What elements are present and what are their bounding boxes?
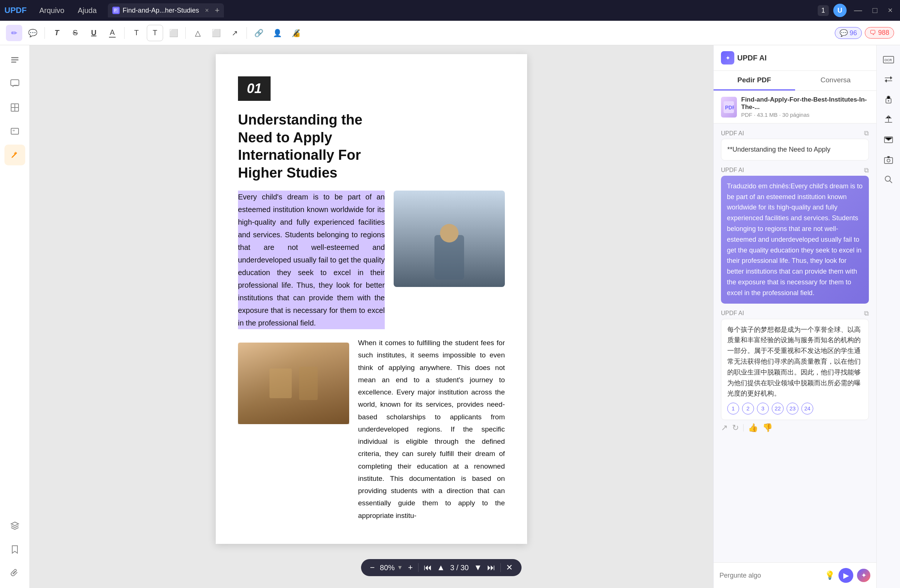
zoom-level-display[interactable]: 80% ▼ xyxy=(380,563,403,572)
text-edit-tool-btn[interactable]: T xyxy=(147,25,163,41)
lightbulb-icon[interactable]: 💡 xyxy=(825,571,835,580)
msg-1-sender-label: UPDF AI xyxy=(721,130,744,137)
page-ref-2[interactable]: 2 xyxy=(742,403,754,414)
camera-tool-btn[interactable] xyxy=(880,151,897,168)
zoom-in-btn[interactable]: + xyxy=(408,563,413,572)
highlight-tool-btn[interactable]: ✏ xyxy=(6,25,22,41)
pdf-page: 01 Understanding the Need to Apply Inter… xyxy=(216,54,527,544)
sidebar-item-read[interactable] xyxy=(5,50,25,70)
close-find-bar-btn[interactable]: ✕ xyxy=(506,563,513,572)
message-1: UPDF AI ⧉ **Understanding the Need to Ap… xyxy=(721,129,869,161)
comments-count: 96 xyxy=(850,29,857,37)
ai-chat-area[interactable]: UPDF AI ⧉ **Understanding the Need to Ap… xyxy=(714,123,876,562)
svg-rect-5 xyxy=(11,80,19,85)
bottom-toolbar: − 80% ▼ + ⏮ ▲ 3 / 30 ▼ ⏭ ✕ xyxy=(361,559,521,576)
comment-tool-btn[interactable]: 💬 xyxy=(25,25,41,41)
pdf-image-2-col xyxy=(238,337,349,521)
sidebar-item-bookmark[interactable] xyxy=(5,539,25,560)
pdf-image-col xyxy=(394,191,505,329)
toolbar-sep-2 xyxy=(124,27,124,39)
tab-conversa[interactable]: Conversa xyxy=(795,71,877,90)
svg-rect-3 xyxy=(11,59,19,61)
msg-3-sender-label: UPDF AI xyxy=(721,310,744,316)
protect-tool-btn[interactable] xyxy=(880,91,897,107)
msg-2-bubble: Traduzido em chinês:Every child's dream … xyxy=(721,176,869,304)
page-ref-1[interactable]: 1 xyxy=(727,403,739,414)
minimize-btn[interactable]: — xyxy=(851,6,865,15)
sidebar-item-pages[interactable] xyxy=(5,97,25,118)
svg-rect-7 xyxy=(15,104,19,107)
sidebar-item-comments[interactable] xyxy=(5,73,25,94)
msg-1-sender: UPDF AI ⧉ xyxy=(721,129,869,137)
menu-arquivo[interactable]: Arquivo xyxy=(34,4,70,17)
prev-page-btn[interactable]: ▲ xyxy=(437,563,445,572)
share-tool-btn[interactable] xyxy=(880,111,897,127)
svg-rect-20 xyxy=(884,158,892,163)
like-btn[interactable]: 👍 xyxy=(748,423,758,433)
toolbar-sep-3 xyxy=(185,27,186,39)
ocr-tool-btn[interactable]: OCR xyxy=(880,51,897,67)
textbox-tool-btn[interactable]: T xyxy=(128,25,144,41)
sidebar-item-attachment[interactable] xyxy=(5,563,25,583)
zoom-value: 80% xyxy=(380,563,395,572)
tab-pedir-pdf[interactable]: Pedir PDF xyxy=(714,71,795,90)
page-ref-24[interactable]: 24 xyxy=(801,403,813,414)
zoom-out-btn[interactable]: − xyxy=(370,563,375,572)
ai-input-field[interactable] xyxy=(720,572,821,579)
msg-3-copy-btn[interactable]: ⧉ xyxy=(864,310,869,317)
pen-tool-btn[interactable]: T xyxy=(48,25,65,41)
msg-2-copy-btn[interactable]: ⧉ xyxy=(864,166,869,174)
tab-close-btn[interactable]: × xyxy=(205,7,209,14)
svg-rect-8 xyxy=(11,107,15,111)
messages-icon: 🗨 xyxy=(870,29,876,36)
tab-title[interactable]: Find-and-Ap...her-Studies xyxy=(123,7,199,14)
strikethrough-tool-btn[interactable]: S xyxy=(67,25,84,41)
refresh-btn[interactable]: ↻ xyxy=(732,423,739,433)
menu-ajuda[interactable]: Ajuda xyxy=(73,4,102,17)
close-btn[interactable]: × xyxy=(885,6,895,15)
next-page-btn[interactable]: ▼ xyxy=(474,563,482,572)
message-3: UPDF AI ⧉ 每个孩子的梦想都是成为一个享誉全球、以高质量和丰富经验的设施… xyxy=(721,310,869,433)
first-page-btn[interactable]: ⏮ xyxy=(424,563,432,572)
ai-tabs: Pedir PDF Conversa xyxy=(714,71,876,91)
convert-tool-btn[interactable] xyxy=(880,71,897,87)
user-avatar[interactable]: U xyxy=(833,4,847,17)
page-ref-23[interactable]: 23 xyxy=(787,403,798,414)
external-link-btn[interactable]: ↗ xyxy=(721,423,728,433)
search-tool-btn[interactable] xyxy=(880,171,897,188)
sidebar-item-form[interactable] xyxy=(5,121,25,142)
crop-tool-btn[interactable]: △ xyxy=(189,25,206,41)
svg-rect-10 xyxy=(11,128,19,134)
msg-2-sender: UPDF AI ⧉ xyxy=(721,166,869,174)
pdf-info-card: PDF Find-and-Apply-For-the-Best-Institut… xyxy=(714,91,876,123)
page-ref-22[interactable]: 22 xyxy=(772,403,784,414)
svg-text:PDF: PDF xyxy=(725,104,734,110)
maximize-btn[interactable]: □ xyxy=(870,6,880,15)
underline-tool-btn[interactable]: U xyxy=(85,25,102,41)
last-page-btn[interactable]: ⏭ xyxy=(487,563,495,572)
frame-tool-btn[interactable]: ⬜ xyxy=(165,25,182,41)
person-tool-btn[interactable]: 👤 xyxy=(269,25,286,41)
sidebar-item-layers[interactable] xyxy=(5,515,25,536)
ai-panel-title: UPDF AI xyxy=(737,54,767,62)
sidebar-item-edit[interactable] xyxy=(5,144,25,165)
mail-tool-btn[interactable] xyxy=(880,131,897,147)
text-color-tool-btn[interactable]: A xyxy=(104,25,121,41)
toolbar: ✏ 💬 T S U A T T ⬜ △ ⬜ ↗ 🔗 👤 🔏 💬 96 🗨 988 xyxy=(0,21,900,45)
nav-separator-2 xyxy=(500,563,501,572)
shape-tool-btn[interactable]: ⬜ xyxy=(208,25,224,41)
new-tab-btn[interactable]: + xyxy=(215,6,219,15)
msg-1-copy-btn[interactable]: ⧉ xyxy=(864,129,869,137)
ai-chat-icon[interactable]: ✦ xyxy=(857,569,871,582)
toolbar-sep-1 xyxy=(45,27,45,39)
comments-icon: 💬 xyxy=(839,29,848,37)
arrow-tool-btn[interactable]: ↗ xyxy=(227,25,243,41)
link-tool-btn[interactable]: 🔗 xyxy=(251,25,267,41)
stamp-tool-btn[interactable]: 🔏 xyxy=(288,25,304,41)
pdf-area[interactable]: 01 Understanding the Need to Apply Inter… xyxy=(29,45,713,588)
dislike-btn[interactable]: 👎 xyxy=(762,423,773,433)
ai-send-btn[interactable]: ▶ xyxy=(838,568,853,583)
ai-panel: ✦ UPDF AI Pedir PDF Conversa PDF Find-an… xyxy=(713,45,876,588)
svg-point-18 xyxy=(888,100,889,102)
page-ref-3[interactable]: 3 xyxy=(757,403,769,414)
